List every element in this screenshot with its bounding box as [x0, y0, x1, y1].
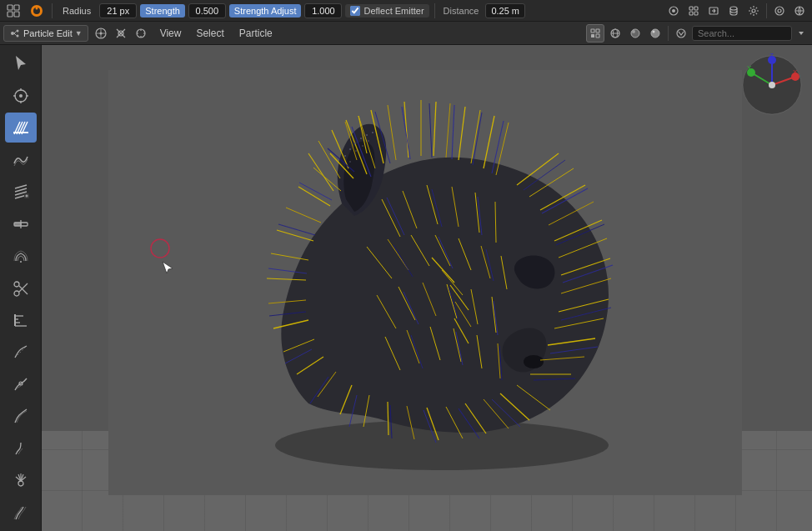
svg-point-212 — [151, 239, 169, 258]
svg-line-26 — [14, 33, 17, 36]
strength-button[interactable]: Strength — [140, 4, 185, 18]
viewport-render-icon[interactable] — [646, 24, 664, 43]
settings-icon[interactable] — [744, 2, 763, 20]
top-toolbar: Radius 21 px Strength 0.500 Strength Adj… — [0, 0, 812, 22]
local-transform-icon[interactable] — [112, 24, 130, 43]
tool-smooth[interactable] — [5, 144, 37, 174]
menu-view[interactable]: View — [153, 25, 188, 42]
tool-comb[interactable] — [5, 113, 37, 143]
menu-items: View Select Particle — [153, 25, 279, 42]
tool-15[interactable] — [5, 498, 37, 528]
workspace-icon[interactable] — [3, 3, 23, 19]
data-icon[interactable] — [724, 2, 743, 20]
tool-cursor[interactable] — [5, 80, 37, 110]
compositing-icon[interactable] — [684, 2, 703, 20]
tool-length[interactable] — [5, 208, 37, 238]
tool-13[interactable] — [5, 433, 37, 463]
mode-icon — [9, 28, 21, 39]
output-icon[interactable] — [704, 2, 723, 20]
svg-point-202 — [349, 148, 351, 150]
distance-label: Distance — [440, 6, 483, 16]
svg-point-40 — [631, 29, 639, 38]
viewport-options-icon[interactable] — [672, 24, 690, 43]
distance-value[interactable]: 0.25 m — [485, 3, 525, 18]
svg-point-6 — [36, 7, 38, 9]
tool-11[interactable] — [5, 369, 37, 399]
viewport-wire-icon[interactable] — [606, 24, 624, 43]
world-icon[interactable] — [790, 2, 809, 20]
svg-point-208 — [349, 161, 351, 163]
svg-point-210 — [362, 145, 363, 147]
radius-value[interactable]: 21 px — [99, 3, 137, 18]
blender-icon[interactable] — [27, 3, 47, 19]
radius-label: Radius — [58, 4, 96, 18]
svg-point-64 — [14, 282, 19, 287]
second-toolbar: Particle Edit ▼ View — [0, 22, 812, 45]
svg-point-223 — [769, 82, 775, 88]
svg-point-20 — [778, 9, 781, 13]
global-transform-icon[interactable] — [92, 24, 110, 43]
dropdown-arrow-icon[interactable] — [794, 24, 809, 43]
svg-line-52 — [15, 185, 27, 188]
svg-rect-35 — [591, 34, 594, 38]
tool-sidebar — [0, 45, 42, 531]
svg-point-209 — [355, 150, 357, 152]
svg-point-43 — [653, 30, 655, 33]
svg-point-17 — [730, 7, 737, 10]
brush-cursor — [148, 237, 172, 260]
svg-point-23 — [17, 29, 19, 32]
render-icon[interactable] — [664, 2, 683, 20]
menu-particle[interactable]: Particle — [233, 25, 279, 42]
snap-icon[interactable] — [132, 24, 150, 43]
svg-point-22 — [11, 32, 14, 35]
deflect-emitter-toggle[interactable]: Deflect Emitter — [345, 4, 429, 18]
svg-rect-10 — [694, 7, 698, 10]
svg-point-46 — [19, 94, 23, 98]
search-input[interactable] — [692, 26, 792, 41]
tool-weight[interactable] — [5, 305, 37, 335]
svg-point-207 — [344, 155, 346, 157]
strength-adjust-button[interactable]: Strength Adjust — [229, 4, 302, 18]
svg-rect-0 — [8, 5, 13, 10]
tool-12[interactable] — [5, 401, 37, 431]
tool-14[interactable] — [5, 465, 37, 495]
svg-rect-1 — [14, 5, 19, 10]
viewport-controls — [586, 24, 809, 43]
top-right-icons — [664, 2, 809, 20]
svg-text:Z: Z — [769, 52, 774, 59]
svg-point-8 — [672, 9, 675, 13]
svg-point-19 — [775, 7, 784, 15]
tool-puff[interactable] — [5, 241, 37, 271]
svg-point-44 — [677, 29, 685, 38]
strength-adjust-value[interactable]: 1.000 — [304, 3, 342, 18]
svg-point-205 — [366, 134, 368, 136]
scene-icon[interactable] — [770, 2, 789, 20]
3d-viewport-content — [108, 70, 742, 495]
tool-add[interactable] — [5, 177, 37, 207]
deflect-emitter-checkbox[interactable] — [350, 6, 360, 16]
svg-rect-9 — [689, 7, 693, 10]
mode-selector[interactable]: Particle Edit ▼ — [3, 25, 88, 42]
viewport-solid-icon[interactable] — [586, 24, 604, 43]
tool-cut[interactable] — [5, 273, 37, 303]
svg-rect-12 — [694, 12, 698, 15]
viewport[interactable]: X Y Z — [42, 45, 812, 531]
viewport-material-icon[interactable] — [626, 24, 644, 43]
svg-point-18 — [752, 9, 755, 13]
svg-point-204 — [360, 138, 362, 139]
navigation-gizmo[interactable]: X Y Z — [739, 52, 805, 121]
svg-point-24 — [17, 34, 19, 37]
transform-icons — [92, 24, 150, 43]
svg-point-206 — [372, 132, 373, 133]
svg-rect-34 — [596, 29, 599, 33]
svg-line-25 — [14, 31, 17, 33]
menu-select[interactable]: Select — [189, 25, 230, 42]
svg-point-211 — [368, 140, 369, 142]
svg-text:Y: Y — [747, 64, 752, 72]
svg-rect-36 — [596, 34, 599, 38]
tool-select[interactable] — [5, 48, 37, 78]
svg-text:X: X — [793, 68, 798, 76]
strength-value[interactable]: 0.500 — [188, 3, 226, 18]
tool-straighten[interactable] — [5, 337, 37, 367]
svg-point-203 — [354, 143, 356, 144]
